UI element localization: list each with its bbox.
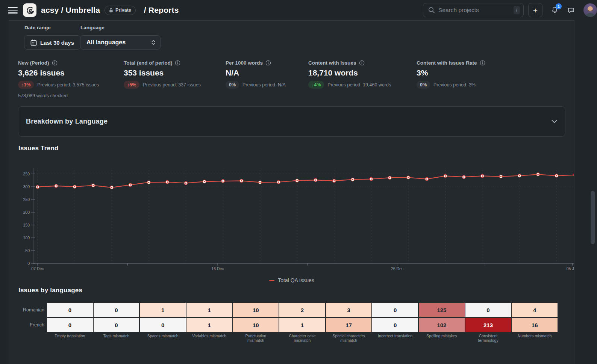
stat-previous-period: Previous period: N/A [242,82,286,88]
stat-value: N/A [226,68,286,77]
heatmap-cell: 102 [419,318,465,332]
app-logo[interactable] [23,3,36,17]
menu-icon[interactable] [8,7,18,14]
info-icon[interactable] [175,60,180,66]
heatmap-column-label: Variables mismatch [186,334,232,343]
top-navbar: acsy / Umbrella Private / Reports / + 1 [0,0,597,20]
heatmap-grid: 00111023012504000110117010221316 [47,303,558,332]
date-range-button[interactable]: Last 30 days [24,35,80,50]
stat-card: Content with Issues Rate3%0%Previous per… [417,60,485,89]
heatmap-cell: 3 [326,303,372,317]
issues-by-languages-title: Issues by languages [18,287,82,294]
feedback-button[interactable] [567,6,575,14]
heatmap-column-label: Numbers mismatch [512,334,558,343]
info-icon[interactable] [265,60,271,66]
heatmap-cell: 1 [186,318,232,332]
info-icon[interactable] [480,60,485,66]
heatmap-cell: 0 [94,303,139,317]
create-new-button[interactable]: + [528,3,542,17]
heatmap-cell: 213 [465,318,511,332]
stat-previous-period: Previous period: 19,460 words [327,82,391,88]
heatmap-column-label: Spelling mistakes [419,334,465,343]
project-search[interactable]: / [423,3,524,17]
heatmap-cell: 17 [326,318,372,332]
breadcrumb-project[interactable]: acsy / Umbrella [41,6,100,15]
legend-series-swatch [269,280,274,281]
chat-icon [567,6,575,14]
heatmap-cell: 10 [233,318,279,332]
notification-count-badge: 1 [556,3,562,9]
heatmap-cell: 0 [47,318,93,332]
svg-text:0: 0 [27,261,30,266]
heatmap-column-label: Special characters mismatch [326,334,372,343]
info-icon[interactable] [52,60,58,66]
stat-delta-badge: ↑1% [18,81,34,89]
stat-value: 3% [417,68,485,77]
stat-previous-period: Previous period: 3% [433,82,476,88]
heatmap-cell: 0 [94,318,139,332]
logo-swirl-icon [25,5,35,15]
stat-card: Per 1000 wordsN/A0%Previous period: N/A [226,60,286,89]
svg-text:150: 150 [23,223,30,227]
heatmap-column-label: Empty translation [47,334,93,343]
language-select-value: All languages [86,39,126,46]
stat-value: 353 issues [124,68,201,77]
vertical-scrollbar-thumb[interactable] [591,191,595,244]
heatmap-cell: 1 [279,318,325,332]
heatmap-cell: 0 [372,318,418,332]
heatmap-column-label: Incorrect translation [372,334,418,343]
language-label: Language [80,25,105,30]
heatmap-column-label: Tags mismatch [94,334,139,343]
stat-delta-badge: 0% [226,81,239,89]
svg-text:250: 250 [23,197,30,202]
notifications-button[interactable]: 1 [551,6,559,14]
stat-delta-badge: ↓4% [308,81,324,89]
stat-label: Content with Issues Rate [417,60,485,66]
report-page: Date range Last 30 days Language All lan… [9,20,574,364]
heatmap-cell: 1 [186,303,232,317]
language-select[interactable]: All languages [80,35,161,50]
accordion-title: Breakdown by Language [26,118,108,125]
stat-card: Total (end of period)353 issues↑5%Previo… [124,60,201,89]
stat-value: 18,710 words [308,68,391,77]
issues-trend-chart: 05010015020025030035007 Dec16 Dec26 Dec0… [21,165,574,270]
heatmap-cell: 0 [140,318,186,332]
heatmap-cell: 0 [47,303,93,317]
issues-trend-title: Issues Trend [18,145,58,152]
heatmap-cell: 0 [465,303,511,317]
info-icon[interactable] [359,60,365,66]
breakdown-by-language-accordion[interactable]: Breakdown by Language [18,106,565,137]
stat-previous-period: Previous period: 337 issues [143,82,201,88]
heatmap-cell: 16 [512,318,558,332]
heatmap-column-label: Spaces mismatch [140,334,186,343]
date-range-value: Last 30 days [40,39,74,46]
heatmap-row-label: French [9,322,44,328]
heatmap-column-label: Consistent terminology [465,334,511,343]
lock-icon [109,8,113,13]
stat-label: New (Period) [18,60,99,66]
user-avatar[interactable] [583,3,597,17]
legend-series-label: Total QA issues [278,277,314,283]
svg-text:05 Jan: 05 Jan [567,266,574,270]
heatmap-cell: 125 [419,303,465,317]
search-input[interactable] [438,7,514,14]
heatmap-column-label: Character case mismatch [279,334,325,343]
select-arrows-icon [152,40,155,45]
private-badge: Private [105,6,136,15]
stat-previous-period: Previous period: 3,575 issues [37,82,99,88]
stat-label: Total (end of period) [124,60,201,66]
heatmap-cell: 2 [279,303,325,317]
stat-delta-badge: 0% [417,81,430,89]
chart-legend-item[interactable]: Total QA issues [9,277,574,283]
svg-text:26 Dec: 26 Dec [391,266,403,270]
svg-text:16 Dec: 16 Dec [211,266,224,270]
heatmap-column-label: Punctuation mismatch [233,334,279,343]
svg-text:50: 50 [25,248,30,253]
date-range-label: Date range [24,25,51,30]
calendar-icon [30,39,37,46]
private-badge-label: Private [115,8,131,13]
heatmap-cell: 1 [140,303,186,317]
svg-text:07 Dec: 07 Dec [31,266,44,270]
breadcrumb-section: / Reports [144,6,179,15]
stat-delta-badge: ↑5% [124,81,139,89]
